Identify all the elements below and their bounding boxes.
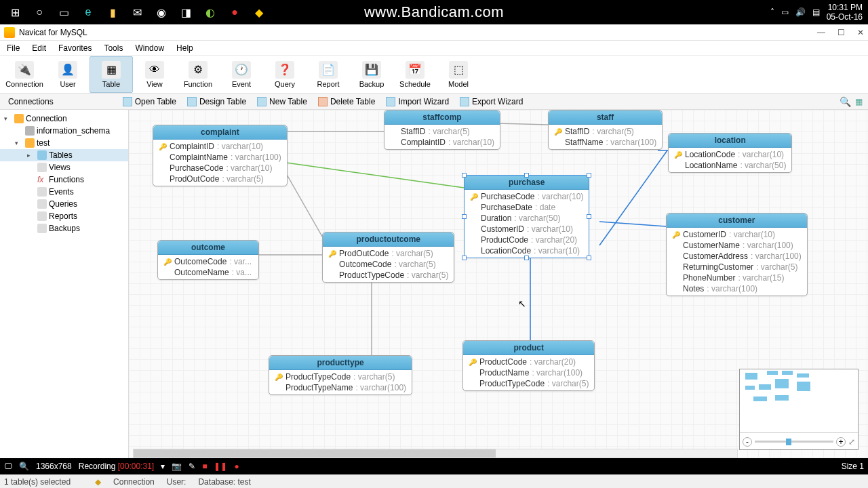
toolbar-backup[interactable]: 💾Backup xyxy=(350,56,393,93)
record-icon[interactable]: ● xyxy=(224,1,245,23)
field-row[interactable]: OutcomeName : va... xyxy=(158,267,258,278)
resize-handle[interactable] xyxy=(587,214,591,219)
entity-location[interactable]: location🔑LocationCode : varchar(10)Locat… xyxy=(668,133,792,173)
resize-handle[interactable] xyxy=(524,256,529,260)
zoom-out-button[interactable]: - xyxy=(743,437,752,447)
tree-connection[interactable]: Connection xyxy=(26,114,67,123)
toolbar-table[interactable]: ▦Table xyxy=(90,56,133,93)
field-row[interactable]: LocationCode : varchar(10) xyxy=(465,245,589,256)
zoom-slider[interactable] xyxy=(755,441,833,443)
field-row[interactable]: ProductTypeName : varchar(100) xyxy=(269,382,412,393)
toolbar-model[interactable]: ⬚Model xyxy=(437,56,480,93)
field-row[interactable]: 🔑ProductTypeCode : varchar(5) xyxy=(269,371,412,382)
chrome-icon[interactable]: ◉ xyxy=(151,1,172,23)
menu-favorites[interactable]: Favorites xyxy=(56,42,94,54)
field-row[interactable]: 🔑ProdOutCode : varchar(5) xyxy=(323,248,454,259)
tray-chevron-icon[interactable]: ˄ xyxy=(770,7,774,17)
entity-header[interactable]: complaint xyxy=(153,125,287,140)
connection-tree[interactable]: ▾Connection information_schema ▾test ▸Ta… xyxy=(0,110,129,488)
field-row[interactable]: ProductTypeCode : varchar(5) xyxy=(323,270,454,281)
toolbar-schedule[interactable]: 📅Schedule xyxy=(393,56,437,93)
navicat-taskbar-icon[interactable]: ◆ xyxy=(248,1,270,23)
field-row[interactable]: 🔑CustomerID : varchar(10) xyxy=(667,229,807,240)
import-wizard-button[interactable]: Import Wizard xyxy=(380,97,454,106)
minimap[interactable]: - + ⤢ xyxy=(739,369,859,450)
search-icon[interactable]: 🔍 xyxy=(840,96,851,107)
rec-pen-icon[interactable]: ✎ xyxy=(189,462,195,471)
entity-staffcomp[interactable]: staffcompStaffID : varchar(5)ComplaintID… xyxy=(384,110,500,150)
export-wizard-button[interactable]: Export Wizard xyxy=(454,97,528,106)
tray-action-icon[interactable]: ▤ xyxy=(812,7,820,17)
toolbar-report[interactable]: 📄Report xyxy=(307,56,350,93)
toolbar-query[interactable]: ❓Query xyxy=(263,56,307,93)
tree-events[interactable]: Events xyxy=(49,187,74,197)
toolbar-view[interactable]: 👁View xyxy=(133,56,176,93)
rec-camera-icon[interactable]: 📷 xyxy=(172,462,182,471)
close-button[interactable]: ✕ xyxy=(857,28,864,37)
entity-purchase[interactable]: purchase🔑PurchaseCode : varchar(10)Purch… xyxy=(464,175,589,258)
menu-file[interactable]: File xyxy=(4,42,22,54)
diagram-canvas[interactable]: ↖ - + ⤢ complaint🔑ComplaintID xyxy=(129,110,868,488)
horizontal-scrollbar[interactable] xyxy=(133,449,738,458)
field-row[interactable]: CustomerID : varchar(10) xyxy=(465,224,589,235)
rec-stop-icon[interactable]: ■ xyxy=(202,462,207,471)
resize-handle[interactable] xyxy=(462,256,467,260)
entity-header[interactable]: staff xyxy=(549,110,662,125)
chevron-down-icon[interactable]: ▾ xyxy=(15,140,23,146)
field-row[interactable]: 🔑StaffID : varchar(5) xyxy=(549,126,662,137)
resize-handle[interactable] xyxy=(524,173,529,178)
field-row[interactable]: PhoneNumber : varchar(15) xyxy=(667,272,807,283)
entity-staff[interactable]: staff🔑StaffID : varchar(5)StaffName : va… xyxy=(548,110,663,150)
entity-header[interactable]: outcome xyxy=(158,241,258,255)
tree-schema[interactable]: test xyxy=(37,138,50,148)
tree-schema[interactable]: information_schema xyxy=(37,126,110,136)
entity-header[interactable]: purchase xyxy=(465,176,589,190)
field-row[interactable]: ComplaintName : varchar(100) xyxy=(153,152,287,163)
taskview-icon[interactable]: ▭ xyxy=(53,1,75,23)
resize-handle[interactable] xyxy=(462,173,467,178)
minimize-button[interactable]: — xyxy=(817,28,825,37)
field-row[interactable]: CustomerAddress : varchar(100) xyxy=(667,251,807,262)
maximize-button[interactable]: ☐ xyxy=(837,28,845,37)
menu-window[interactable]: Window xyxy=(132,42,167,54)
menu-help[interactable]: Help xyxy=(174,42,196,54)
menu-edit[interactable]: Edit xyxy=(29,42,49,54)
entity-header[interactable]: producttype xyxy=(269,356,412,370)
field-row[interactable]: ComplaintID : varchar(10) xyxy=(384,137,500,148)
entity-header[interactable]: location xyxy=(669,134,791,148)
field-row[interactable]: PurchaseCode : varchar(10) xyxy=(153,163,287,174)
field-row[interactable]: OutcomeCode : varchar(5) xyxy=(323,259,454,270)
zoom-in-button[interactable]: + xyxy=(836,437,846,447)
field-row[interactable]: 🔑LocationCode : varchar(10) xyxy=(669,149,791,160)
field-row[interactable]: 🔑PurchaseCode : varchar(10) xyxy=(465,191,589,202)
tree-queries[interactable]: Queries xyxy=(49,199,77,209)
tree-reports[interactable]: Reports xyxy=(49,211,77,221)
resize-handle[interactable] xyxy=(462,214,467,219)
field-row[interactable]: ProdOutCode : varchar(5) xyxy=(153,174,287,184)
open-table-button[interactable]: Open Table xyxy=(117,97,182,106)
entity-producttype[interactable]: producttype🔑ProductTypeCode : varchar(5)… xyxy=(269,355,412,395)
field-row[interactable]: CustomerName : varchar(100) xyxy=(667,240,807,251)
explorer-icon[interactable]: ▮ xyxy=(102,1,123,23)
tree-backups[interactable]: Backups xyxy=(49,224,80,233)
field-row[interactable]: LocationName : varchar(50) xyxy=(669,160,791,171)
bandicam-search-icon[interactable]: 🔍 xyxy=(19,462,29,471)
tray-volume-icon[interactable]: 🔊 xyxy=(795,7,806,17)
entity-header[interactable]: product xyxy=(463,341,594,355)
toolbar-function[interactable]: ⚙Function xyxy=(176,56,220,93)
tree-views[interactable]: Views xyxy=(49,163,71,172)
field-row[interactable]: ReturningCustomer : varchar(5) xyxy=(667,262,807,272)
toolbar-user[interactable]: 👤User xyxy=(46,56,90,93)
field-row[interactable]: 🔑OutcomeCode : var... xyxy=(158,256,258,267)
field-row[interactable]: StaffID : varchar(5) xyxy=(384,126,500,137)
rec-dropdown-icon[interactable]: ▾ xyxy=(161,462,165,471)
entity-customer[interactable]: customer🔑CustomerID : varchar(10)Custome… xyxy=(666,213,808,296)
chevron-right-icon[interactable]: ▸ xyxy=(27,152,35,159)
entity-productoutcome[interactable]: productoutcome🔑ProdOutCode : varchar(5)O… xyxy=(322,232,454,283)
taskbar-clock[interactable]: 10:31 PM 05-Oct-16 xyxy=(827,3,863,22)
mail-icon[interactable]: ✉ xyxy=(126,1,148,23)
tray-battery-icon[interactable]: ▭ xyxy=(781,7,789,17)
resize-handle[interactable] xyxy=(587,256,591,260)
entity-header[interactable]: productoutcome xyxy=(323,232,454,247)
store-icon[interactable]: ◨ xyxy=(175,1,197,23)
